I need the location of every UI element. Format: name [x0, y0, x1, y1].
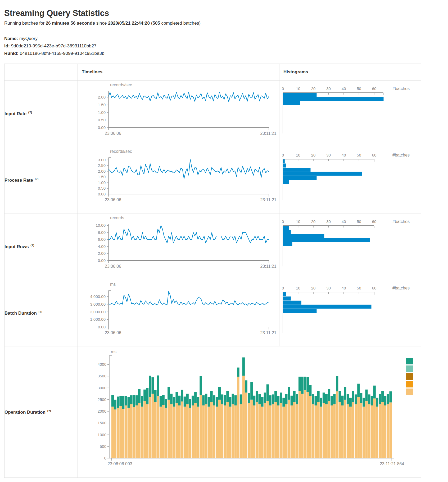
svg-text:4000: 4000: [98, 362, 106, 367]
operation-duration-help-icon[interactable]: (?): [47, 409, 51, 412]
process-rate-row: Process Rate (?) records/sec3.002.502.00…: [4, 147, 421, 213]
svg-text:30: 30: [326, 86, 331, 91]
input-rate-timeline-chart: records/sec2.001.501.000.500.0023:06:062…: [78, 81, 279, 147]
completed-batches-count: 505: [152, 21, 160, 26]
svg-text:2.00: 2.00: [98, 95, 106, 99]
batch-duration-timeline-chart: ms4,000.003,000.002,000.001,000.000.0023…: [78, 280, 279, 346]
svg-text:23:06:06.093: 23:06:06.093: [107, 462, 132, 466]
start-time: 2020/05/21 22:44:28: [108, 21, 150, 26]
svg-text:20: 20: [311, 219, 316, 224]
svg-text:1.50: 1.50: [98, 102, 106, 107]
svg-text:60: 60: [372, 219, 377, 224]
svg-text:0: 0: [104, 456, 106, 460]
batch-duration-label-cell: Batch Duration (?): [4, 280, 78, 346]
svg-text:10: 10: [296, 86, 300, 91]
svg-text:10: 10: [296, 219, 300, 224]
svg-text:23:11:21: 23:11:21: [260, 198, 276, 202]
stats-table: Timelines Histograms Input Rate (?) reco…: [4, 64, 421, 478]
svg-text:1.50: 1.50: [98, 175, 106, 179]
svg-text:0: 0: [282, 286, 284, 290]
input-rate-timeline-cell: records/sec2.001.501.000.500.0023:06:062…: [78, 81, 279, 147]
svg-text:0: 0: [282, 86, 284, 91]
batch-duration-histogram-cell: 0102030405060#batches: [279, 280, 421, 346]
svg-text:0.50: 0.50: [98, 186, 106, 191]
header-empty-cell: [4, 64, 78, 81]
svg-text:40: 40: [342, 153, 346, 157]
svg-text:ms: ms: [111, 350, 116, 354]
svg-text:1000: 1000: [98, 432, 106, 437]
svg-text:3500: 3500: [98, 374, 106, 378]
streaming-statistics-page: Streaming Query Statistics Running batch…: [0, 0, 448, 478]
svg-text:60: 60: [372, 153, 377, 157]
svg-text:60: 60: [372, 286, 377, 290]
process-rate-help-icon[interactable]: (?): [35, 177, 38, 180]
input-rows-row: Input Rows (?) records10.008.006.004.002…: [4, 213, 421, 280]
svg-text:23:06:06: 23:06:06: [105, 331, 121, 335]
svg-text:8.00: 8.00: [98, 230, 106, 235]
svg-text:60: 60: [372, 86, 377, 91]
svg-text:40: 40: [342, 286, 346, 290]
process-rate-timeline-cell: records/sec3.002.502.001.501.000.500.002…: [78, 147, 279, 213]
svg-text:#batches: #batches: [392, 219, 410, 224]
input-rows-timeline-cell: records10.008.006.004.002.000.0023:06:06…: [78, 213, 279, 280]
svg-text:30: 30: [326, 219, 331, 224]
summary-since: since: [95, 21, 108, 26]
svg-text:2.00: 2.00: [98, 169, 106, 173]
operation-duration-label: Operation Duration: [4, 409, 46, 414]
query-id-label: Id:: [4, 43, 10, 48]
input-rows-histogram-cell: 0102030405060#batches: [279, 213, 421, 280]
input-rate-histogram-chart: 0102030405060#batches: [279, 81, 421, 147]
svg-text:23:11:21: 23:11:21: [260, 331, 276, 335]
header-timelines: Timelines: [78, 64, 279, 81]
input-rate-histogram-cell: 0102030405060#batches: [279, 81, 421, 147]
svg-text:records: records: [110, 216, 124, 220]
svg-text:ms: ms: [110, 282, 116, 287]
svg-text:4,000.00: 4,000.00: [90, 294, 106, 299]
input-rate-help-icon[interactable]: (?): [28, 111, 32, 114]
operation-duration-chart: ms4000350030002500200015001000500023:06:…: [78, 346, 421, 477]
query-name-label: Name:: [4, 36, 18, 41]
svg-text:30: 30: [326, 286, 331, 290]
svg-text:23:06:06: 23:06:06: [105, 198, 121, 202]
svg-text:30: 30: [326, 153, 331, 157]
query-runid-value: 04e101e6-8bf8-4165-9099-9104c951ba3b: [20, 51, 105, 56]
svg-text:2.50: 2.50: [98, 163, 106, 168]
svg-text:2.00: 2.00: [98, 251, 106, 256]
svg-text:0.50: 0.50: [98, 118, 106, 122]
summary-suffix: completed batches): [160, 21, 201, 26]
svg-text:23:11:21: 23:11:21: [260, 131, 276, 136]
svg-text:#batches: #batches: [392, 286, 410, 290]
process-rate-timeline-chart: records/sec3.002.502.001.501.000.500.002…: [78, 147, 279, 213]
svg-text:#batches: #batches: [392, 86, 410, 91]
input-rate-label: Input Rate: [4, 111, 26, 116]
svg-text:3000: 3000: [98, 386, 106, 390]
svg-text:0.00: 0.00: [98, 125, 106, 130]
svg-text:3,000.00: 3,000.00: [90, 302, 106, 306]
svg-text:1500: 1500: [98, 421, 106, 425]
query-runid-row: RunId:04e101e6-8bf8-4165-9099-9104c951ba…: [4, 50, 444, 57]
input-rows-timeline-chart: records10.008.006.004.002.000.0023:06:06…: [78, 213, 279, 280]
input-rows-help-icon[interactable]: (?): [30, 244, 34, 247]
svg-text:0.00: 0.00: [98, 192, 106, 196]
svg-text:1,000.00: 1,000.00: [90, 317, 106, 322]
operation-duration-chart-cell: ms4000350030002500200015001000500023:06:…: [78, 346, 421, 478]
process-rate-label: Process Rate: [4, 178, 33, 183]
input-rows-label-cell: Input Rows (?): [4, 213, 78, 280]
page-title: Streaming Query Statistics: [4, 8, 444, 18]
svg-text:0.00: 0.00: [98, 258, 106, 263]
query-id-row: Id:9d0dd219-995d-423e-b97d-36931110bb27: [4, 42, 444, 50]
svg-text:0: 0: [282, 153, 284, 157]
svg-text:records/sec: records/sec: [110, 83, 132, 87]
batch-duration-row: Batch Duration (?) ms4,000.003,000.002,0…: [4, 280, 421, 346]
svg-text:records/sec: records/sec: [110, 149, 132, 154]
operation-duration-label-cell: Operation Duration (?): [4, 346, 78, 478]
svg-text:23:06:06: 23:06:06: [105, 264, 121, 269]
input-rows-histogram-chart: 0102030405060#batches: [279, 213, 421, 280]
batch-duration-help-icon[interactable]: (?): [39, 310, 42, 313]
input-rate-label-cell: Input Rate (?): [4, 81, 78, 147]
svg-text:40: 40: [342, 219, 346, 224]
query-info: Name:myQuery Id:9d0dd219-995d-423e-b97d-…: [4, 35, 444, 57]
svg-text:500: 500: [100, 444, 106, 449]
batch-duration-histogram-chart: 0102030405060#batches: [279, 280, 421, 346]
process-rate-histogram-chart: 0102030405060#batches: [279, 147, 421, 213]
